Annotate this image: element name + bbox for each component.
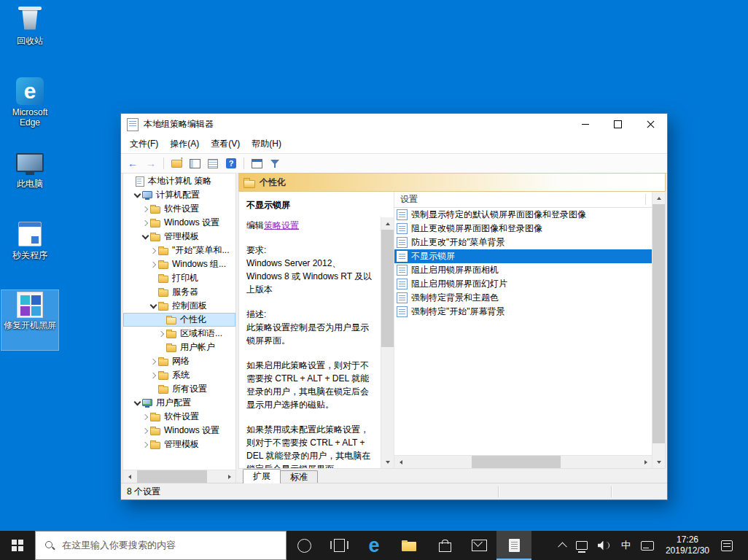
scroll-right-button[interactable]	[639, 456, 652, 468]
maximize-button[interactable]	[601, 114, 634, 135]
desktop-icon-fix-boot-black-screen[interactable]: 修复开机黑屏	[1, 290, 58, 350]
tree-item-region-language[interactable]: 区域和语...	[123, 327, 235, 341]
menu-help[interactable]: 帮助(H)	[246, 135, 287, 153]
scroll-up-button[interactable]	[381, 217, 394, 230]
toolbar-show-console-tree-button[interactable]	[187, 156, 203, 171]
scrollbar-thumb[interactable]	[472, 456, 560, 468]
tab-extended[interactable]: 扩展	[243, 469, 281, 483]
tree-item-system[interactable]: 系统	[123, 368, 235, 382]
minimize-button[interactable]	[569, 114, 601, 135]
taskbar-cortana-button[interactable]	[287, 531, 322, 560]
tree-item-network[interactable]: 网络	[123, 354, 235, 368]
menu-file[interactable]: 文件(F)	[124, 135, 164, 153]
touch-keyboard-button[interactable]	[636, 531, 659, 560]
tree-item-admin-templates[interactable]: 管理模板	[123, 230, 235, 244]
tree-item-windows-components[interactable]: Windows 组...	[123, 257, 235, 271]
tree-item-admin-templates-user[interactable]: 管理模板	[123, 438, 235, 451]
taskbar-edge-button[interactable]	[357, 531, 391, 560]
setting-item-force-default-lock-image[interactable]: 强制显示特定的默认锁屏界面图像和登录图像	[394, 208, 652, 222]
setting-item-prevent-lock-slideshow[interactable]: 阻止启用锁屏界面幻灯片	[394, 277, 652, 291]
chevron-down-icon[interactable]	[133, 188, 141, 202]
settings-vertical-scrollbar[interactable]	[652, 192, 665, 468]
chevron-down-icon[interactable]	[149, 299, 157, 313]
scrollbar-track[interactable]	[652, 204, 665, 456]
scrollbar-track[interactable]	[381, 230, 394, 456]
tree-item-computer-config[interactable]: 计算机配置	[123, 188, 235, 202]
tree-horizontal-scrollbar[interactable]	[123, 470, 235, 483]
toolbar-back-button[interactable]	[125, 156, 141, 171]
tab-standard[interactable]: 标准	[280, 470, 318, 483]
taskbar-store-button[interactable]	[426, 531, 461, 560]
scroll-left-button[interactable]	[123, 470, 136, 483]
ime-mode-button[interactable]: 中	[616, 531, 636, 560]
chevron-down-icon[interactable]	[133, 396, 141, 410]
scrollbar-track[interactable]	[136, 470, 223, 483]
desktop-icon-recycle-bin[interactable]: 回收站	[1, 4, 58, 64]
title-bar[interactable]: 本地组策略编辑器	[121, 114, 667, 135]
scroll-left-button[interactable]	[394, 456, 407, 468]
taskbar-clock[interactable]: 17:26 2019/12/30	[659, 531, 716, 560]
chevron-right-icon[interactable]	[141, 216, 149, 230]
tree-item-all-settings[interactable]: 所有设置	[123, 382, 235, 396]
taskbar-mail-button[interactable]	[461, 531, 496, 560]
action-center-button[interactable]	[716, 531, 738, 560]
setting-item-prevent-lock-image-change[interactable]: 阻止更改锁屏界面图像和登录图像	[394, 222, 652, 236]
scroll-up-button[interactable]	[652, 192, 665, 204]
tree-item-user-accounts[interactable]: 用户帐户	[123, 341, 235, 354]
desktop-icon-microsoft-edge[interactable]: Microsoft Edge	[1, 76, 58, 136]
scrollbar-thumb[interactable]	[652, 204, 665, 443]
chevron-right-icon[interactable]	[149, 257, 157, 271]
settings-horizontal-scrollbar[interactable]	[394, 455, 652, 468]
desktop-icon-this-pc[interactable]: 此电脑	[1, 147, 58, 207]
menu-view[interactable]: 查看(V)	[205, 135, 246, 153]
toolbar-help-button[interactable]	[223, 156, 239, 171]
chevron-right-icon[interactable]	[149, 244, 157, 257]
setting-item-prevent-lock-camera[interactable]: 阻止启用锁屏界面相机	[394, 263, 652, 277]
chevron-right-icon[interactable]	[141, 202, 149, 216]
desktop-icon-miaoguan-app[interactable]: 秒关程序	[1, 219, 58, 279]
setting-item-prevent-start-bg-change[interactable]: 防止更改"开始"菜单背景	[394, 236, 652, 249]
chevron-right-icon[interactable]	[141, 438, 149, 451]
toolbar-forward-button[interactable]	[143, 156, 159, 171]
tree-item-user-config[interactable]: 用户配置	[123, 396, 235, 410]
tree-item-start-menu-taskbar[interactable]: "开始"菜单和...	[123, 244, 235, 257]
taskbar-gpedit-button[interactable]	[496, 531, 531, 560]
scrollbar-thumb[interactable]	[137, 470, 207, 483]
toolbar-up-level-button[interactable]	[168, 156, 184, 171]
settings-column-header[interactable]: 设置	[394, 192, 652, 208]
chevron-right-icon[interactable]	[149, 368, 157, 382]
chevron-right-icon[interactable]	[149, 354, 157, 368]
tree-item-windows-settings-user[interactable]: Windows 设置	[123, 424, 235, 438]
scroll-down-button[interactable]	[381, 456, 394, 468]
close-button[interactable]	[634, 114, 667, 135]
chevron-right-icon[interactable]	[157, 327, 165, 341]
tree-item-software-settings-user[interactable]: 软件设置	[123, 410, 235, 424]
scroll-down-button[interactable]	[652, 456, 665, 468]
setting-item-force-start-screen-bg[interactable]: 强制特定"开始"屏幕背景	[394, 305, 652, 319]
chevron-down-icon[interactable]	[141, 230, 149, 244]
toolbar-show-window-button[interactable]	[249, 156, 265, 171]
menu-action[interactable]: 操作(A)	[164, 135, 205, 153]
tree-item-windows-settings-computer[interactable]: Windows 设置	[123, 216, 235, 230]
taskbar-task-view-button[interactable]	[322, 531, 357, 560]
tree-item-printers[interactable]: 打印机	[123, 271, 235, 285]
setting-item-do-not-display-lock-screen[interactable]: 不显示锁屏	[394, 249, 652, 263]
tree-item-software-settings-computer[interactable]: 软件设置	[123, 202, 235, 216]
taskbar-search-box[interactable]: 在这里输入你要搜索的内容	[35, 531, 287, 560]
tree-item-server[interactable]: 服务器	[123, 285, 235, 299]
setting-item-force-theme-color[interactable]: 强制特定背景和主题色	[394, 291, 652, 305]
toolbar-filter-button[interactable]	[267, 156, 283, 171]
tree-item-control-panel[interactable]: 控制面板	[123, 299, 235, 313]
scrollbar-thumb[interactable]	[381, 230, 394, 347]
volume-tray-button[interactable]	[593, 531, 616, 560]
tray-overflow-button[interactable]	[554, 531, 571, 560]
chevron-right-icon[interactable]	[141, 410, 149, 424]
chevron-right-icon[interactable]	[141, 424, 149, 438]
scroll-right-button[interactable]	[223, 470, 235, 483]
edit-policy-link[interactable]: 策略设置	[264, 220, 299, 230]
network-tray-button[interactable]	[571, 531, 593, 560]
tree-item-personalization[interactable]: 个性化	[123, 313, 235, 327]
description-vertical-scrollbar[interactable]	[381, 217, 394, 468]
taskbar-file-explorer-button[interactable]	[391, 531, 426, 560]
start-button[interactable]	[0, 531, 35, 560]
